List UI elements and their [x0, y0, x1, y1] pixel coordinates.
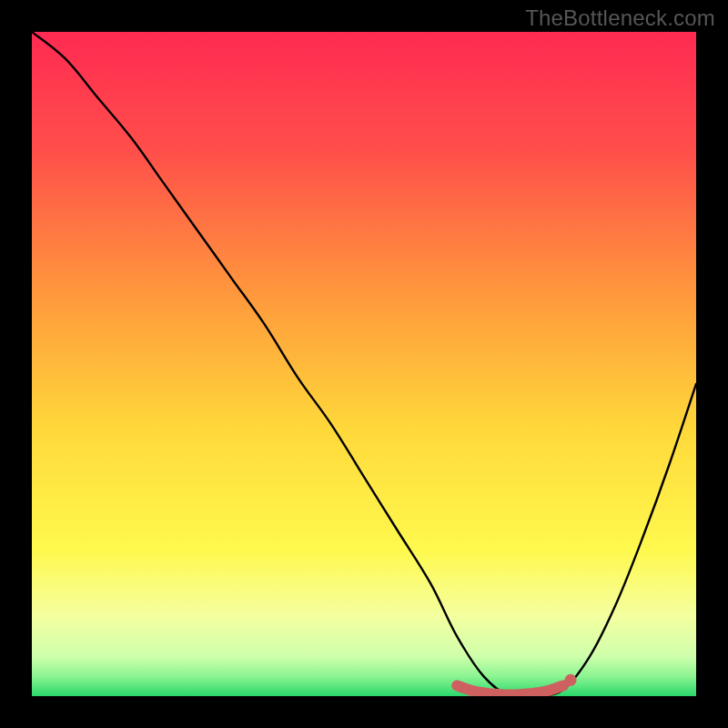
chart-container: TheBottleneck.com: [0, 0, 728, 728]
gradient-background: [32, 32, 696, 696]
plot-area: [32, 32, 696, 696]
optimal-range-end-dot: [565, 674, 577, 686]
watermark-text: TheBottleneck.com: [525, 5, 715, 31]
chart-svg: [32, 32, 696, 696]
